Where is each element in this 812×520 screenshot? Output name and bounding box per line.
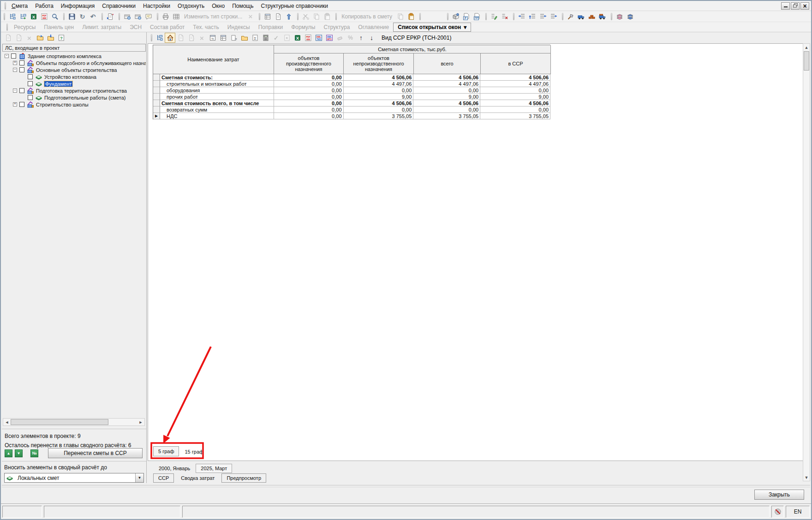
insert-row-icon[interactable]: *: [105, 12, 115, 22]
folder-icon[interactable]: [239, 33, 250, 43]
period-tab-1[interactable]: 2025, Март: [196, 464, 232, 473]
numbering-button[interactable]: №: [30, 449, 38, 457]
row-selector[interactable]: [153, 74, 160, 81]
tree-horizontal-scrollbar[interactable]: ◄ ►: [3, 418, 145, 426]
indent-up-icon[interactable]: [527, 12, 537, 22]
insert-level-combobox[interactable]: Локальных смет ▼: [4, 473, 144, 483]
tree-checkbox[interactable]: [28, 74, 33, 79]
calculator-icon[interactable]: [260, 33, 271, 43]
toolbar-grip[interactable]: [63, 13, 65, 20]
tree-checkbox[interactable]: [28, 81, 33, 86]
toolbar-grip[interactable]: [6, 24, 8, 31]
paste-special-icon[interactable]: [406, 12, 416, 22]
graf-tab-0[interactable]: 5 граф: [153, 446, 179, 456]
menu-item-7[interactable]: Помощь: [228, 2, 257, 10]
toolbar-grip[interactable]: [419, 13, 421, 20]
toolbar-grip[interactable]: [151, 34, 152, 41]
collapse-icon[interactable]: -: [13, 68, 17, 72]
tree-checkbox[interactable]: [19, 60, 24, 65]
tree-item[interactable]: -Фундамент: [2, 80, 146, 87]
toolbar-grip[interactable]: [297, 13, 299, 20]
tree-checkbox[interactable]: [19, 67, 24, 72]
tree-item[interactable]: -Здание спортивного комплекса: [2, 53, 146, 59]
tree-item[interactable]: -Подготовка территории строительства: [2, 87, 146, 94]
excel-export-icon[interactable]: X: [28, 12, 39, 22]
tree-checkbox[interactable]: [19, 88, 24, 93]
collapse-icon[interactable]: -: [13, 89, 17, 93]
toolbar-grip[interactable]: [447, 13, 448, 20]
table-row[interactable]: оборудования0,000,000,000,00: [153, 87, 550, 94]
toolbar-grip[interactable]: [119, 13, 120, 20]
toolbar-grip[interactable]: [485, 13, 487, 20]
menu-item-0[interactable]: Смета: [8, 2, 31, 10]
row-selector[interactable]: [153, 81, 160, 87]
indent-left2-icon[interactable]: [548, 12, 559, 22]
tree-item[interactable]: -Основные объекты строительства: [2, 66, 146, 73]
current-row-marker[interactable]: ▶: [153, 113, 160, 119]
toolbar-grip[interactable]: [102, 13, 103, 20]
print-icon[interactable]: [160, 12, 171, 22]
menu-item-4[interactable]: Настройки: [139, 2, 174, 10]
menu-item-3[interactable]: Справочники: [98, 2, 139, 10]
table-row[interactable]: Сметная стоимость:0,004 506,064 506,064 …: [153, 74, 550, 81]
open-list-icon[interactable]: [35, 33, 45, 43]
view-tab-1[interactable]: Сводка затрат: [176, 473, 220, 483]
save-icon[interactable]: [66, 12, 77, 22]
tree-item[interactable]: +Строительство школы: [2, 101, 146, 108]
comment-icon[interactable]: [143, 12, 154, 22]
move-down-icon[interactable]: ↓: [366, 33, 377, 43]
menu-item-1[interactable]: Работа: [31, 2, 57, 10]
row-selector[interactable]: [153, 106, 160, 113]
combobox-dropdown-button[interactable]: ▼: [135, 473, 143, 482]
close-button[interactable]: Закрыть: [754, 490, 804, 500]
scroll-up-icon[interactable]: ▲: [803, 44, 810, 51]
table-row[interactable]: ▶НДС0,003 755,053 755,053 755,05: [153, 113, 550, 119]
table-row[interactable]: возвратных сумм0,000,000,000,00: [153, 106, 550, 113]
refresh-icon[interactable]: ↻: [77, 12, 88, 22]
move-item-up-button[interactable]: ▲: [5, 449, 12, 457]
scrollbar-thumb[interactable]: [804, 51, 809, 71]
open-windows-button[interactable]: Список открытых окон▾: [393, 23, 471, 32]
table-row[interactable]: строительных и монтажных работ0,004 497,…: [153, 81, 550, 87]
undo-icon[interactable]: ↶: [88, 12, 98, 22]
collapse-icon[interactable]: -: [5, 54, 9, 58]
tree-item[interactable]: -Подготовительные работы (смета): [2, 94, 146, 101]
save-list-icon[interactable]: [45, 33, 56, 43]
xml-mtz-icon[interactable]: XMLМТЗ: [324, 33, 334, 43]
search-icon[interactable]: [49, 12, 60, 22]
home-icon[interactable]: [165, 33, 175, 43]
expand-icon[interactable]: +: [13, 102, 17, 106]
move-up-icon[interactable]: ↑: [356, 33, 366, 43]
materials-icon[interactable]: [586, 12, 597, 22]
xml-tiz-icon[interactable]: XMLТИЗ: [313, 33, 324, 43]
transfer-to-ssr-button[interactable]: Перенести сметы в ССР: [48, 448, 143, 458]
view-tab-0[interactable]: ССР: [153, 473, 174, 483]
view-tab-2[interactable]: Предпросмотр: [221, 473, 266, 483]
tree-checkbox[interactable]: [19, 102, 24, 107]
tree-delete-icon[interactable]: [499, 12, 510, 22]
doc-form-icon[interactable]: [273, 12, 283, 22]
doc-p-icon[interactable]: Р: [461, 12, 472, 22]
toolbar-grip[interactable]: [562, 13, 563, 20]
indent-left-icon[interactable]: [537, 12, 548, 22]
main-vertical-scrollbar[interactable]: ▲ ▼: [803, 43, 810, 481]
indent-right-icon[interactable]: [516, 12, 527, 22]
toolbar-grip[interactable]: [5, 2, 6, 10]
tree-item[interactable]: +Объекты подсобного и обслуживающего наз…: [2, 59, 146, 66]
toolbar-grip[interactable]: [335, 13, 337, 20]
menu-item-8[interactable]: Структурные справочники: [257, 2, 332, 10]
table-icon[interactable]: [171, 12, 181, 22]
struct-list-icon[interactable]: [154, 33, 165, 43]
tree-structure-icon[interactable]: [7, 12, 18, 22]
tree-item[interactable]: -Устройство котлована: [2, 73, 146, 80]
menu-item-2[interactable]: Информация: [57, 2, 98, 10]
row-selector[interactable]: [153, 87, 160, 94]
turn-page-icon[interactable]: [228, 33, 239, 43]
delivery-icon[interactable]: [597, 12, 608, 22]
form-icon[interactable]: [218, 33, 228, 43]
pdf-export-icon[interactable]: PDF: [39, 12, 49, 22]
toolbar-grip[interactable]: [611, 13, 612, 20]
labor-icon[interactable]: [565, 12, 576, 22]
wizard-icon[interactable]: [122, 12, 132, 22]
row-selector[interactable]: [153, 94, 160, 100]
